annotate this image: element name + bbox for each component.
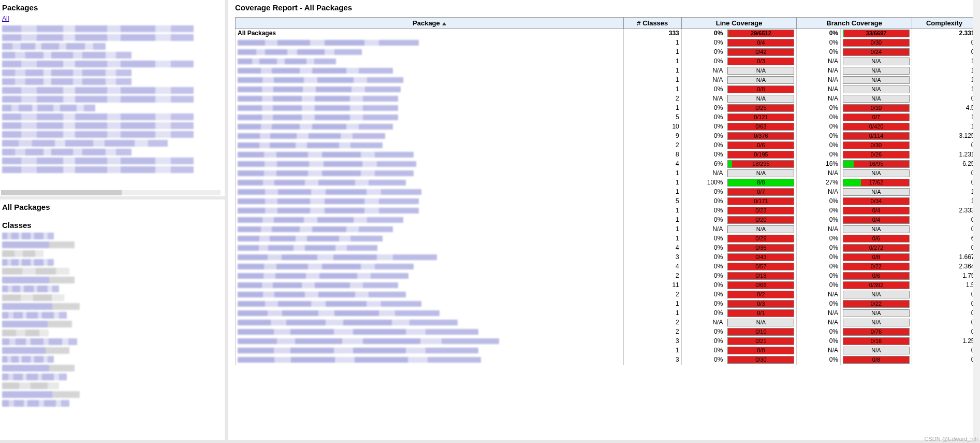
cell-line-bar: 0/21 [725, 337, 797, 346]
cell-package[interactable] [236, 178, 624, 188]
cell-line-bar: 0/29 [725, 234, 797, 244]
cell-package[interactable] [236, 337, 624, 346]
class-link-blurred[interactable] [2, 285, 59, 292]
package-link-blurred[interactable] [2, 25, 194, 32]
package-link-blurred[interactable] [2, 105, 95, 111]
class-link-blurred[interactable] [2, 250, 43, 257]
cell-package[interactable] [236, 94, 624, 104]
package-link-blurred[interactable] [2, 140, 168, 147]
class-link-blurred[interactable] [2, 233, 54, 239]
package-link-blurred[interactable] [2, 78, 131, 85]
class-link-blurred[interactable] [2, 294, 64, 301]
class-link-blurred[interactable] [2, 321, 72, 327]
coverage-bar-na: N/A [843, 225, 910, 233]
coverage-bar-na: N/A [727, 76, 794, 84]
cell-package[interactable] [236, 141, 624, 150]
header-line-coverage[interactable]: Line Coverage [681, 18, 797, 29]
cell-package[interactable] [236, 216, 624, 225]
class-link-blurred[interactable] [2, 382, 59, 389]
cell-package[interactable] [236, 76, 624, 85]
cell-package[interactable] [236, 234, 624, 244]
package-link-blurred[interactable] [2, 149, 131, 155]
cell-package[interactable] [236, 244, 624, 253]
cell-package[interactable] [236, 318, 624, 327]
class-link-blurred[interactable] [2, 241, 75, 248]
cell-package[interactable] [236, 188, 624, 197]
package-link-blurred[interactable] [2, 122, 194, 129]
package-link-blurred[interactable] [2, 131, 194, 138]
header-branch-coverage[interactable]: Branch Coverage [797, 18, 912, 29]
package-link-blurred[interactable] [2, 52, 131, 59]
class-link-blurred[interactable] [2, 277, 75, 283]
cell-package[interactable] [236, 104, 624, 113]
header-complexity[interactable]: Complexity [912, 18, 976, 29]
cell-branch-bar: 0/22 [841, 299, 912, 309]
class-link-blurred[interactable] [2, 259, 54, 266]
cell-package[interactable] [236, 85, 624, 94]
class-link-blurred[interactable] [2, 347, 69, 354]
class-link-blurred[interactable] [2, 391, 80, 398]
package-link-blurred[interactable] [2, 61, 194, 67]
cell-line-pct: N/A [681, 94, 725, 104]
package-link-blurred[interactable] [2, 87, 194, 94]
package-link-blurred[interactable] [2, 113, 194, 120]
horizontal-scrollbar[interactable] [1, 190, 221, 195]
cell-package[interactable] [236, 281, 624, 290]
cell-package[interactable] [236, 160, 624, 169]
cell-package[interactable] [236, 48, 624, 57]
cell-package[interactable] [236, 327, 624, 337]
class-link-blurred[interactable] [2, 303, 80, 310]
package-link-blurred[interactable] [2, 69, 131, 76]
cell-classes: 2 [623, 141, 681, 150]
cell-branch-bar: 0/10 [841, 104, 912, 113]
vertical-scrollbar[interactable] [973, 0, 980, 440]
cell-branch-pct: 0% [797, 197, 841, 206]
cell-package[interactable] [236, 299, 624, 309]
cell-package[interactable] [236, 66, 624, 76]
cell-complexity: 6.25 [912, 160, 976, 169]
package-link-blurred[interactable] [2, 34, 194, 41]
cell-package[interactable] [236, 150, 624, 160]
class-link-blurred[interactable] [2, 312, 67, 319]
class-link-blurred[interactable] [2, 400, 69, 407]
class-link-blurred[interactable] [2, 365, 75, 371]
cell-package[interactable] [236, 206, 624, 216]
cell-package[interactable] [236, 122, 624, 132]
cell-package[interactable] [236, 197, 624, 206]
coverage-bar: 0/4 [843, 216, 910, 224]
cell-package[interactable] [236, 132, 624, 141]
cell-branch-pct: 0% [797, 104, 841, 113]
header-classes[interactable]: # Classes [623, 18, 681, 29]
cell-branch-bar: N/A [841, 318, 912, 327]
cell-branch-pct: 0% [797, 216, 841, 225]
header-package[interactable]: Package [236, 18, 624, 29]
cell-package[interactable] [236, 271, 624, 281]
class-link-blurred[interactable] [2, 374, 67, 380]
package-link-blurred[interactable] [2, 166, 194, 173]
coverage-bar: 0/35 [727, 244, 794, 252]
cell-line-bar: N/A [725, 76, 797, 85]
class-link-blurred[interactable] [2, 268, 69, 275]
cell-package[interactable] [236, 253, 624, 262]
cell-package[interactable] [236, 38, 624, 48]
class-link-blurred[interactable] [2, 356, 54, 363]
cell-line-pct: 0% [681, 355, 725, 365]
cell-package[interactable] [236, 309, 624, 318]
cell-package[interactable] [236, 57, 624, 66]
package-link-blurred[interactable] [2, 96, 194, 103]
cell-package[interactable] [236, 262, 624, 271]
cell-package[interactable] [236, 113, 624, 122]
cell-package[interactable] [236, 169, 624, 178]
cell-classes: 3 [623, 355, 681, 365]
package-link-blurred[interactable] [2, 43, 106, 50]
class-link-blurred[interactable] [2, 330, 49, 336]
all-packages-link[interactable]: All [2, 15, 9, 22]
cell-branch-bar: 0/24 [841, 48, 912, 57]
cell-package[interactable] [236, 346, 624, 355]
package-link-blurred[interactable] [2, 158, 194, 164]
coverage-bar: 18/295 [727, 160, 794, 168]
cell-package[interactable] [236, 225, 624, 234]
cell-package[interactable] [236, 290, 624, 299]
class-link-blurred[interactable] [2, 338, 77, 345]
cell-package[interactable] [236, 355, 624, 365]
